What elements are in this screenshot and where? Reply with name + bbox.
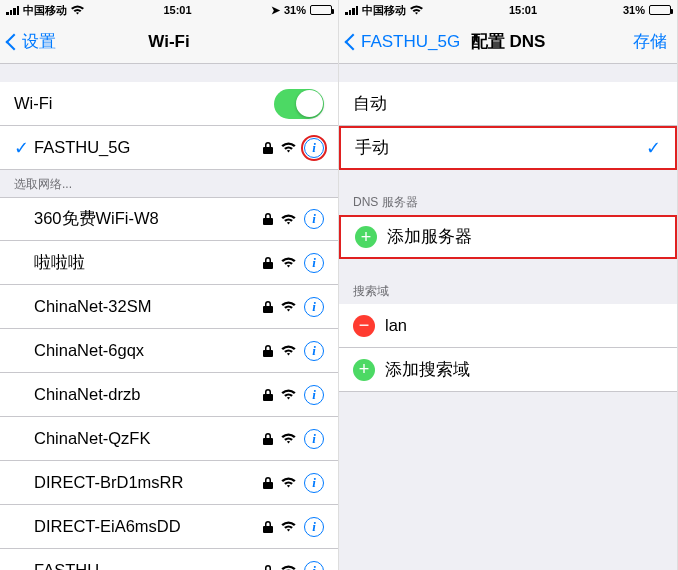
wifi-signal-icon [281, 389, 296, 400]
network-row[interactable]: ChinaNet-QzFK i [0, 417, 338, 461]
network-name: DIRECT-BrD1msRR [34, 473, 263, 492]
network-row[interactable]: DIRECT-BrD1msRR i [0, 461, 338, 505]
wifi-signal-icon [281, 521, 296, 532]
wifi-toggle-label: Wi-Fi [14, 94, 274, 113]
dns-servers-header: DNS 服务器 [339, 188, 677, 215]
info-icon[interactable]: i [304, 473, 324, 493]
signal-icon [6, 6, 19, 15]
wifi-signal-icon [281, 142, 296, 153]
search-domain-label: lan [385, 316, 663, 335]
wifi-toggle-row[interactable]: Wi-Fi [0, 82, 338, 126]
battery-icon [310, 5, 332, 15]
dns-mode-auto[interactable]: 自动 [339, 82, 677, 126]
remove-icon[interactable]: − [353, 315, 375, 337]
dns-mode-manual[interactable]: 手动 ✓ [339, 126, 677, 170]
lock-icon [263, 477, 273, 489]
manual-label: 手动 [355, 137, 646, 159]
add-search-label: 添加搜索域 [385, 359, 663, 381]
chevron-left-icon [6, 33, 23, 50]
network-row[interactable]: FASTHU i [0, 549, 338, 570]
network-name: 啦啦啦 [34, 252, 263, 274]
add-server-label: 添加服务器 [387, 226, 661, 248]
wifi-signal-icon [281, 257, 296, 268]
checkmark-icon: ✓ [14, 137, 34, 159]
add-search-domain-row[interactable]: + 添加搜索域 [339, 348, 677, 392]
search-domains-header: 搜索域 [339, 277, 677, 304]
carrier-label: 中国移动 [23, 3, 67, 18]
auto-label: 自动 [353, 93, 663, 115]
network-row[interactable]: ChinaNet-6gqx i [0, 329, 338, 373]
wifi-settings-screen: 中国移动 15:01 ➤ 31% 设置 Wi-Fi Wi-Fi ✓ FASTHU… [0, 0, 339, 570]
add-icon: + [353, 359, 375, 381]
wifi-signal-icon [281, 433, 296, 444]
nav-bar: 设置 Wi-Fi [0, 20, 338, 64]
info-icon[interactable]: i [304, 517, 324, 537]
back-button[interactable]: 设置 [0, 30, 56, 53]
lock-icon [263, 433, 273, 445]
lock-icon [263, 345, 273, 357]
status-time: 15:01 [509, 4, 537, 16]
add-server-row[interactable]: + 添加服务器 [339, 215, 677, 259]
network-name: ChinaNet-drzb [34, 385, 263, 404]
network-row[interactable]: ChinaNet-32SM i [0, 285, 338, 329]
network-name: 360免费WiFi-W8 [34, 208, 263, 230]
network-row[interactable]: ChinaNet-drzb i [0, 373, 338, 417]
save-button[interactable]: 存储 [633, 30, 667, 53]
status-time: 15:01 [163, 4, 191, 16]
checkmark-icon: ✓ [646, 137, 661, 159]
battery-icon [649, 5, 671, 15]
info-icon[interactable]: i [304, 385, 324, 405]
connected-network-row[interactable]: ✓ FASTHU_5G i [0, 126, 338, 170]
battery-percent: 31% [284, 4, 306, 16]
network-name: ChinaNet-32SM [34, 297, 263, 316]
wifi-signal-icon [281, 345, 296, 356]
location-icon: ➤ [271, 4, 280, 17]
wifi-signal-icon [281, 214, 296, 225]
wifi-signal-icon [281, 565, 296, 570]
chevron-left-icon [345, 33, 362, 50]
lock-icon [263, 301, 273, 313]
nav-bar: FASTHU_5G 配置 DNS 存储 [339, 20, 677, 64]
status-bar: 中国移动 15:01 31% [339, 0, 677, 20]
network-row[interactable]: 360免费WiFi-W8 i [0, 197, 338, 241]
network-row[interactable]: 啦啦啦 i [0, 241, 338, 285]
signal-icon [345, 6, 358, 15]
carrier-label: 中国移动 [362, 3, 406, 18]
info-icon[interactable]: i [304, 209, 324, 229]
info-icon[interactable]: i [304, 561, 324, 571]
wifi-signal-icon [281, 301, 296, 312]
network-name: ChinaNet-6gqx [34, 341, 263, 360]
connected-network-name: FASTHU_5G [34, 138, 263, 157]
search-domain-row[interactable]: − lan [339, 304, 677, 348]
status-bar: 中国移动 15:01 ➤ 31% [0, 0, 338, 20]
back-button[interactable]: FASTHU_5G [339, 32, 460, 52]
info-icon[interactable]: i [304, 138, 324, 158]
back-label: 设置 [22, 30, 56, 53]
lock-icon [263, 389, 273, 401]
wifi-status-icon [410, 5, 423, 15]
choose-network-header: 选取网络... [0, 170, 338, 197]
lock-icon [263, 257, 273, 269]
network-name: FASTHU [34, 561, 263, 570]
info-icon[interactable]: i [304, 341, 324, 361]
wifi-status-icon [71, 5, 84, 15]
info-icon[interactable]: i [304, 429, 324, 449]
battery-percent: 31% [623, 4, 645, 16]
wifi-signal-icon [281, 477, 296, 488]
lock-icon [263, 142, 273, 154]
lock-icon [263, 521, 273, 533]
dns-config-screen: 中国移动 15:01 31% FASTHU_5G 配置 DNS 存储 自动 手动… [339, 0, 678, 570]
lock-icon [263, 213, 273, 225]
info-icon[interactable]: i [304, 297, 324, 317]
add-icon: + [355, 226, 377, 248]
wifi-toggle[interactable] [274, 89, 324, 119]
back-label: FASTHU_5G [361, 32, 460, 52]
network-row[interactable]: DIRECT-EiA6msDD i [0, 505, 338, 549]
lock-icon [263, 565, 273, 571]
network-name: ChinaNet-QzFK [34, 429, 263, 448]
info-icon[interactable]: i [304, 253, 324, 273]
network-name: DIRECT-EiA6msDD [34, 517, 263, 536]
